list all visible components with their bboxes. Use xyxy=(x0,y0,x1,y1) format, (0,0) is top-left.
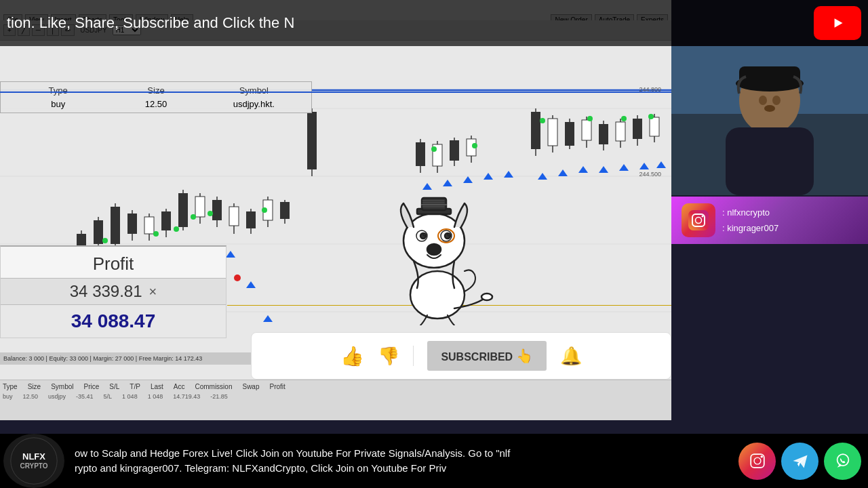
col-tp: T/P xyxy=(130,383,140,390)
nlfx-logo-text: NLFX CRYPTO xyxy=(7,451,61,470)
svg-rect-114 xyxy=(726,127,814,195)
instagram-logo-icon xyxy=(682,203,715,237)
presenter-video xyxy=(671,46,868,195)
col-size: Size xyxy=(28,383,41,390)
svg-point-92 xyxy=(648,114,654,119)
svg-point-119 xyxy=(764,105,775,112)
svg-point-84 xyxy=(191,214,196,220)
svg-point-90 xyxy=(587,116,593,121)
svg-rect-36 xyxy=(416,142,425,166)
col-commission: Commission xyxy=(195,383,232,390)
svg-point-130 xyxy=(837,454,848,466)
bottom-instagram-icon[interactable] xyxy=(738,443,776,480)
right-panel: : nlfxncrypto : kingrager007 xyxy=(671,0,868,420)
social-info-box: : nlfxncrypto : kingrager007 xyxy=(671,197,868,244)
profit-panel: Profit 34 339.81 × 34 088.47 xyxy=(0,245,226,338)
type-value: buy xyxy=(11,99,105,109)
order-profit-val: 14.719.43 xyxy=(173,393,200,400)
svg-rect-20 xyxy=(178,193,188,227)
svg-point-87 xyxy=(431,146,437,152)
svg-point-107 xyxy=(448,234,450,236)
svg-rect-46 xyxy=(548,119,557,146)
type-header: Type xyxy=(11,85,105,96)
svg-point-85 xyxy=(208,211,213,216)
svg-rect-14 xyxy=(127,214,137,234)
svg-rect-52 xyxy=(599,124,608,144)
svg-point-82 xyxy=(153,231,159,237)
order-acc2: 1 048 xyxy=(148,393,163,400)
svg-rect-40 xyxy=(450,140,459,161)
order-type: buy xyxy=(3,393,13,400)
profit-label: Profit xyxy=(1,247,226,278)
order-symbol: usdjpy xyxy=(48,393,66,400)
bottom-scrolling-bar: NLFX CRYPTO ow to Scalp and Hedge Forex … xyxy=(0,434,868,488)
horizontal-indicator-line xyxy=(0,92,671,93)
symbol-value: usdjpy.hkt. xyxy=(207,99,301,109)
svg-point-91 xyxy=(621,116,627,121)
svg-rect-54 xyxy=(616,122,625,141)
col-last: Last xyxy=(151,383,163,390)
svg-rect-32 xyxy=(280,202,290,219)
col-swap: Swap xyxy=(242,383,259,390)
bottom-social-icons xyxy=(738,443,868,480)
svg-rect-34 xyxy=(307,112,317,169)
svg-rect-120 xyxy=(688,210,709,230)
webcam-feed xyxy=(671,46,868,195)
svg-point-110 xyxy=(481,293,492,300)
notification-bell-button[interactable]: 🔔 xyxy=(560,346,582,367)
svg-rect-56 xyxy=(633,119,642,139)
like-button[interactable]: 👍 xyxy=(340,345,364,367)
svg-point-81 xyxy=(102,238,108,243)
profit-value-row: 34 339.81 × xyxy=(1,278,226,305)
svg-rect-24 xyxy=(212,200,222,220)
chart-bottom-panel: Type Size Symbol Price S/L T/P Last Acc … xyxy=(0,380,671,420)
close-position-button[interactable]: × xyxy=(149,284,157,300)
profit-amount: 34 339.81 xyxy=(70,282,142,301)
svg-point-83 xyxy=(174,226,179,232)
bottom-telegram-icon[interactable] xyxy=(781,443,818,480)
social-handles-text: : nlfxncrypto : kingrager007 xyxy=(722,205,778,237)
dog-mascot-animation xyxy=(366,190,502,325)
divider xyxy=(413,346,414,366)
svg-point-117 xyxy=(759,96,767,105)
svg-rect-16 xyxy=(144,217,154,234)
yt-notification-text: tion. Like, Share, Subscribe and Click t… xyxy=(0,14,814,32)
profit-total: 34 088.47 xyxy=(1,305,226,338)
svg-point-101 xyxy=(427,244,441,255)
svg-point-86 xyxy=(262,207,267,213)
col-profit-col: Profit xyxy=(269,383,285,390)
svg-rect-28 xyxy=(246,211,256,228)
order-last: 1 048 xyxy=(122,393,138,400)
nlfx-logo: NLFX CRYPTO xyxy=(3,434,64,488)
svg-rect-50 xyxy=(582,120,591,140)
svg-rect-44 xyxy=(531,112,540,149)
size-header: Size xyxy=(108,85,203,96)
svg-point-126 xyxy=(754,458,761,464)
svg-rect-10 xyxy=(94,220,103,244)
dislike-button[interactable]: 👎 xyxy=(378,346,399,367)
youtube-logo xyxy=(814,6,861,40)
order-sl: 5/L xyxy=(104,393,113,400)
svg-rect-18 xyxy=(161,211,171,230)
instagram-handle2: : kingrager007 xyxy=(722,220,778,236)
symbol-header: Symbol xyxy=(207,85,301,96)
col-type: Type xyxy=(3,383,18,390)
svg-point-123 xyxy=(702,216,704,218)
svg-point-89 xyxy=(540,118,545,123)
col-sl: S/L xyxy=(109,383,119,390)
trade-info-panel: Type Size Symbol buy 12.50 usdjpy.hkt. xyxy=(0,81,312,113)
svg-point-93 xyxy=(234,274,241,281)
bottom-scroll-text: ow to Scalp and Hedge Forex Live! Click … xyxy=(68,446,738,476)
svg-rect-26 xyxy=(229,207,239,226)
subscribed-button[interactable]: SUBSCRIBED 👆 xyxy=(427,341,546,371)
svg-text:244.500: 244.500 xyxy=(639,171,661,178)
col-symbol: Symbol xyxy=(51,383,73,390)
youtube-notification-bar: tion. Like, Share, Subscribe and Click t… xyxy=(0,0,868,46)
order-swap-val: -21.85 xyxy=(210,393,228,400)
svg-point-118 xyxy=(772,96,781,105)
svg-rect-48 xyxy=(565,122,574,146)
col-acc: Acc xyxy=(174,383,185,390)
svg-point-106 xyxy=(424,234,426,236)
svg-rect-116 xyxy=(739,66,800,87)
bottom-whatsapp-icon[interactable] xyxy=(824,443,861,480)
